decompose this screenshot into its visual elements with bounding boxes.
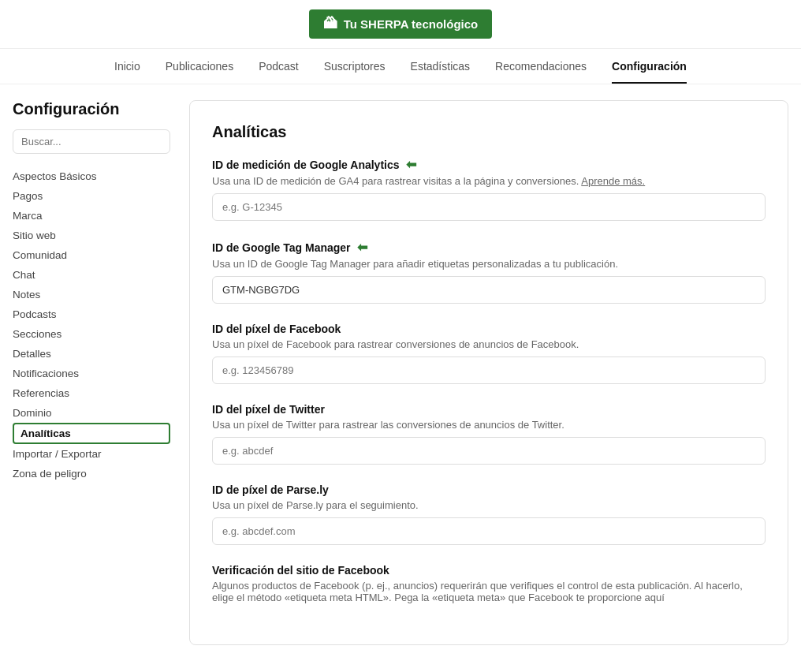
field-label-row-gtm: ID de Google Tag Manager ⬅ <box>212 240 766 255</box>
field-label-row-fb: ID del píxel de Facebook <box>212 323 766 335</box>
sidebar-item-importar-exportar[interactable]: Importar / Exportar <box>13 444 170 464</box>
field-parsely: ID de píxel de Parse.ly Usa un píxel de … <box>212 483 766 545</box>
field-google-analytics: ID de medición de Google Analytics ⬅ Usa… <box>212 157 766 221</box>
field-desc-tw: Usa un píxel de Twitter para rastrear la… <box>212 419 766 431</box>
field-label-fb: ID del píxel de Facebook <box>212 323 341 335</box>
field-facebook-verify: Verificación del sitio de Facebook Algun… <box>212 564 766 603</box>
nav-configuracion[interactable]: Configuración <box>612 60 687 84</box>
input-gtm[interactable] <box>212 276 766 304</box>
nav-recomendaciones[interactable]: Recomendaciones <box>495 60 587 84</box>
main-content: Analíticas ID de medición de Google Anal… <box>189 100 788 645</box>
field-desc-gtm: Usa un ID de Google Tag Manager para aña… <box>212 258 766 270</box>
nav-suscriptores[interactable]: Suscriptores <box>324 60 386 84</box>
logo-text: Tu SHERPA tecnológico <box>344 17 479 31</box>
input-twitter-pixel[interactable] <box>212 437 766 465</box>
sidebar-item-podcasts[interactable]: Podcasts <box>13 304 170 324</box>
sidebar-item-secciones[interactable]: Secciones <box>13 324 170 344</box>
arrow-icon-gtm: ⬅ <box>357 240 367 255</box>
field-facebook-pixel: ID del píxel de Facebook Usa un píxel de… <box>212 323 766 384</box>
field-label-ga: ID de medición de Google Analytics <box>212 159 400 171</box>
sidebar-item-notificaciones[interactable]: Notificaciones <box>13 364 170 383</box>
sidebar-item-analiticas[interactable]: Analíticas <box>13 423 170 444</box>
field-label-row-fbv: Verificación del sitio de Facebook <box>212 564 766 577</box>
sidebar-item-detalles[interactable]: Detalles <box>13 344 170 364</box>
field-label-fbv: Verificación del sitio de Facebook <box>212 564 389 577</box>
field-desc-ga-link[interactable]: Aprende más. <box>581 175 645 187</box>
field-desc-parsely: Usa un píxel de Parse.ly para el seguimi… <box>212 499 766 511</box>
nav-estadisticas[interactable]: Estadísticas <box>411 60 470 84</box>
sidebar-item-aspectos-basicos[interactable]: Aspectos Básicos <box>13 166 170 186</box>
nav-publicaciones[interactable]: Publicaciones <box>166 60 233 84</box>
sidebar-search-input[interactable] <box>13 129 170 154</box>
sidebar-item-comunidad[interactable]: Comunidad <box>13 245 170 265</box>
field-desc-fbv: Algunos productos de Facebook (p. ej., a… <box>212 580 766 603</box>
sidebar-title: Configuración <box>13 100 170 118</box>
sidebar-item-notes[interactable]: Notes <box>13 285 170 304</box>
logo-bar: 🏔 Tu SHERPA tecnológico <box>0 0 801 49</box>
page-body: Configuración Aspectos Básicos Pagos Mar… <box>0 84 801 661</box>
sidebar-item-chat[interactable]: Chat <box>13 265 170 285</box>
input-parsely[interactable] <box>212 517 766 545</box>
sidebar-item-pagos[interactable]: Pagos <box>13 186 170 206</box>
sidebar-item-zona-de-peligro[interactable]: Zona de peligro <box>13 464 170 483</box>
section-title: Analíticas <box>212 123 766 141</box>
sidebar-item-marca[interactable]: Marca <box>13 206 170 226</box>
nav-podcast[interactable]: Podcast <box>259 60 299 84</box>
field-label-tw: ID del píxel de Twitter <box>212 403 325 416</box>
logo-icon: 🏔 <box>323 16 337 32</box>
sidebar-item-dominio[interactable]: Dominio <box>13 403 170 423</box>
field-desc-ga: Usa una ID de medición de GA4 para rastr… <box>212 175 766 187</box>
sidebar: Configuración Aspectos Básicos Pagos Mar… <box>13 100 170 645</box>
main-nav: Inicio Publicaciones Podcast Suscriptore… <box>0 49 801 84</box>
field-label-row-parsely: ID de píxel de Parse.ly <box>212 483 766 496</box>
field-label-gtm: ID de Google Tag Manager <box>212 241 351 254</box>
sidebar-menu: Aspectos Básicos Pagos Marca Sitio web C… <box>13 166 170 483</box>
input-google-analytics[interactable] <box>212 193 766 221</box>
sidebar-item-sitio-web[interactable]: Sitio web <box>13 226 170 245</box>
sidebar-item-referencias[interactable]: Referencias <box>13 383 170 403</box>
field-label-row-tw: ID del píxel de Twitter <box>212 403 766 416</box>
input-facebook-pixel[interactable] <box>212 357 766 384</box>
nav-inicio[interactable]: Inicio <box>114 60 140 84</box>
field-label-parsely: ID de píxel de Parse.ly <box>212 483 329 496</box>
field-gtm: ID de Google Tag Manager ⬅ Usa un ID de … <box>212 240 766 304</box>
logo: 🏔 Tu SHERPA tecnológico <box>309 9 493 39</box>
field-twitter-pixel: ID del píxel de Twitter Usa un píxel de … <box>212 403 766 465</box>
field-label-row-ga: ID de medición de Google Analytics ⬅ <box>212 157 766 172</box>
arrow-icon-ga: ⬅ <box>406 157 416 172</box>
field-desc-fb: Usa un píxel de Facebook para rastrear c… <box>212 338 766 350</box>
